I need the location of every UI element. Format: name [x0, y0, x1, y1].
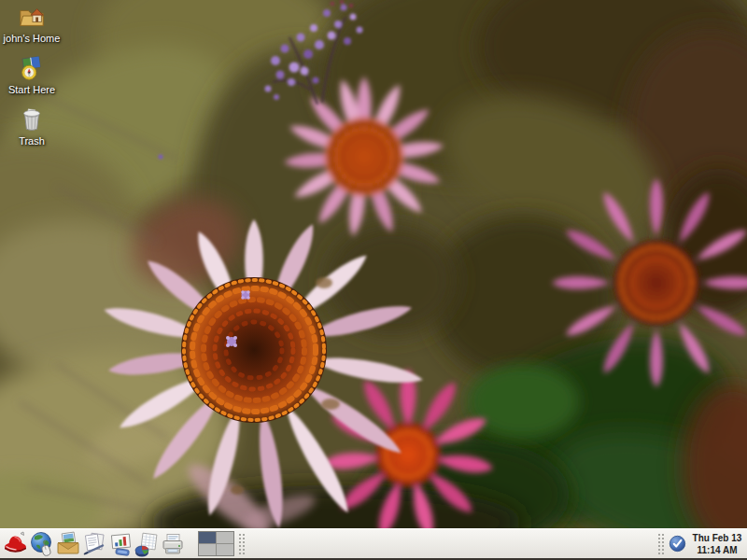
update-notification-button[interactable] — [668, 535, 686, 553]
panel-drag-handle-right[interactable] — [657, 533, 664, 555]
workspace-4[interactable] — [217, 544, 233, 555]
screen: john's Home Start Her — [0, 0, 747, 560]
workspace-3[interactable] — [199, 544, 216, 555]
workspace-switcher — [198, 531, 234, 556]
desktop-icon-home[interactable]: john's Home — [2, 3, 62, 44]
home-folder-icon — [17, 3, 47, 31]
main-menu-button[interactable] — [3, 531, 29, 557]
print-manager-launcher[interactable] — [160, 531, 186, 557]
presentation-chart-icon — [107, 531, 134, 557]
printer-icon — [160, 531, 186, 557]
clock-time: 11:14 AM — [691, 544, 743, 556]
desktop-icon-trash[interactable]: Trash — [2, 105, 62, 147]
writer-documents-icon — [81, 531, 107, 557]
trash-icon — [17, 105, 47, 133]
red-hat-menu-icon — [3, 531, 29, 557]
desktop-icon-start-here[interactable]: Start Here — [2, 54, 62, 95]
clock-applet[interactable]: Thu Feb 13 11:14 AM — [691, 532, 745, 556]
desktop[interactable]: john's Home Start Her — [0, 0, 747, 528]
panel-drag-handle-left[interactable] — [238, 533, 245, 555]
word-processor-launcher[interactable] — [81, 531, 107, 557]
desktop-icon-label: Trash — [19, 135, 45, 147]
desktop-icon-column: john's Home Start Her — [2, 3, 62, 157]
update-check-icon — [669, 535, 686, 553]
web-browser-globe-icon — [29, 531, 55, 557]
wallpaper-flowers — [0, 0, 747, 528]
email-envelope-icon — [55, 531, 81, 557]
spreadsheet-launcher[interactable] — [134, 531, 160, 557]
workspace-1[interactable] — [199, 532, 216, 543]
desktop-icon-label: Start Here — [8, 84, 55, 95]
bottom-panel: Thu Feb 13 11:14 AM — [0, 528, 747, 560]
desktop-icon-label: john's Home — [4, 33, 61, 44]
panel-tray: Thu Feb 13 11:14 AM — [657, 530, 745, 557]
web-browser-launcher[interactable] — [29, 531, 55, 557]
start-here-icon — [17, 54, 47, 82]
clock-date: Thu Feb 13 — [691, 532, 743, 544]
email-launcher[interactable] — [55, 531, 81, 557]
presentation-launcher[interactable] — [107, 531, 134, 557]
spreadsheet-pie-icon — [134, 531, 160, 557]
panel-launchers — [3, 530, 245, 557]
workspace-2[interactable] — [217, 532, 233, 543]
